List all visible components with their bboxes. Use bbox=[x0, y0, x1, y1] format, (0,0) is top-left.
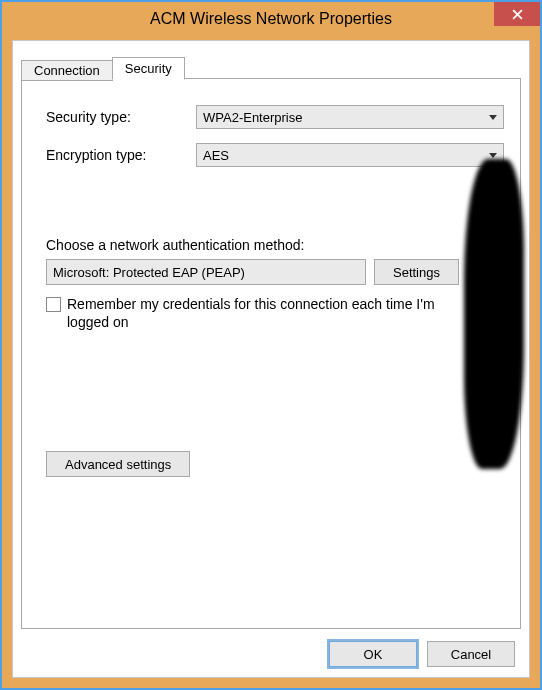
tabs-row: Connection Security bbox=[21, 55, 184, 79]
cancel-button[interactable]: Cancel bbox=[427, 641, 515, 667]
row-remember-credentials: Remember my credentials for this connect… bbox=[46, 295, 476, 331]
remember-credentials-label: Remember my credentials for this connect… bbox=[67, 295, 476, 331]
window-title: ACM Wireless Network Properties bbox=[150, 10, 392, 28]
close-button[interactable] bbox=[494, 2, 540, 26]
close-icon bbox=[512, 9, 523, 20]
security-type-dropdown[interactable]: WPA2-Enterprise bbox=[196, 105, 504, 129]
chevron-down-icon bbox=[489, 115, 497, 120]
row-auth-method: Microsoft: Protected EAP (PEAP) Settings bbox=[46, 259, 504, 285]
auth-method-label: Choose a network authentication method: bbox=[46, 237, 504, 253]
tab-panel-security: Security type: WPA2-Enterprise Encryptio… bbox=[21, 78, 521, 629]
remember-credentials-checkbox[interactable] bbox=[46, 297, 61, 312]
titlebar: ACM Wireless Network Properties bbox=[2, 2, 540, 36]
security-type-label: Security type: bbox=[46, 109, 196, 125]
encryption-type-label: Encryption type: bbox=[46, 147, 196, 163]
row-encryption-type: Encryption type: AES bbox=[46, 143, 504, 167]
row-security-type: Security type: WPA2-Enterprise bbox=[46, 105, 504, 129]
tab-security[interactable]: Security bbox=[112, 57, 185, 80]
window-frame: ACM Wireless Network Properties Connecti… bbox=[0, 0, 542, 690]
dialog-button-row: OK Cancel bbox=[329, 641, 515, 667]
tab-connection[interactable]: Connection bbox=[21, 60, 113, 81]
auth-method-dropdown[interactable]: Microsoft: Protected EAP (PEAP) bbox=[46, 259, 366, 285]
encryption-type-value: AES bbox=[203, 148, 229, 163]
advanced-settings-button[interactable]: Advanced settings bbox=[46, 451, 190, 477]
ok-button[interactable]: OK bbox=[329, 641, 417, 667]
security-type-value: WPA2-Enterprise bbox=[203, 110, 302, 125]
chevron-down-icon bbox=[489, 153, 497, 158]
settings-button[interactable]: Settings bbox=[374, 259, 459, 285]
advanced-settings-wrap: Advanced settings bbox=[46, 451, 504, 477]
encryption-type-dropdown[interactable]: AES bbox=[196, 143, 504, 167]
auth-method-value: Microsoft: Protected EAP (PEAP) bbox=[53, 265, 245, 280]
dialog-body: Connection Security Security type: WPA2-… bbox=[12, 40, 530, 678]
